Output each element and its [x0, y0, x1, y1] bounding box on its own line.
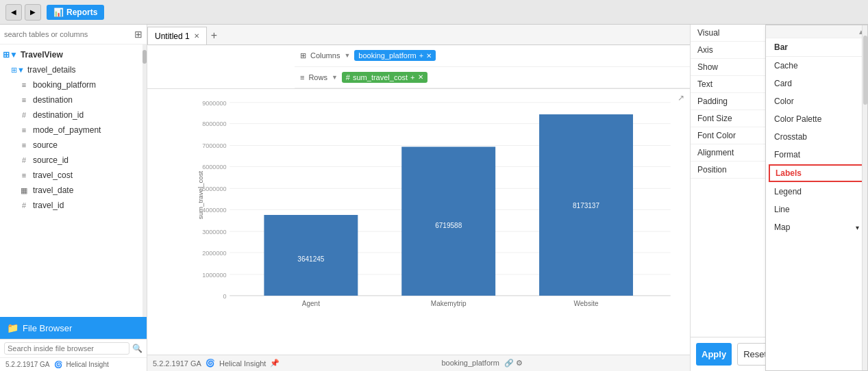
pill-remove-icon[interactable]: ✕ [418, 73, 423, 81]
dropdown-item-color-palette[interactable]: Color Palette [766, 110, 867, 128]
scrollbar-thumb [863, 36, 867, 105]
tab-close-icon[interactable]: ✕ [194, 32, 199, 40]
prop-show[interactable]: Show [691, 59, 765, 76]
folder-icon: 📁 [7, 322, 18, 333]
sidebar-search-bottom: 🔍 [0, 339, 147, 357]
sidebar-item-travel-date[interactable]: ▦ travel_date [0, 183, 147, 198]
reports-icon: 📊 [53, 8, 64, 17]
reports-tab[interactable]: 📊 Reports [47, 5, 104, 20]
svg-text:7000000: 7000000 [202, 142, 227, 149]
prop-text[interactable]: Text [691, 76, 765, 93]
map-label: Map [774, 222, 790, 232]
rows-row: ≡ Rows ▼ # sum_travel_cost + ✕ [295, 67, 690, 89]
dropdown-item-format[interactable]: Format [766, 146, 867, 164]
status-version: 5.2.2.1917 GA 🌀 Helical Insight [0, 357, 147, 371]
prop-label-font-size: Font Size [697, 114, 732, 123]
sidebar-item-source-id[interactable]: # source_id [0, 153, 147, 168]
toolbar: ⊞ Columns ▼ booking_platform + ✕ ≡ Rows … [147, 45, 690, 89]
rows-chevron[interactable]: ▼ [332, 74, 338, 81]
prop-position[interactable]: Position [691, 162, 765, 179]
sidebar-item-travel-cost[interactable]: ≡ travel_cost [0, 168, 147, 183]
center-text: booking_platform [441, 359, 499, 367]
item-label: source [33, 140, 58, 150]
travel-details-label: travel_details [27, 65, 76, 75]
search-inside-input[interactable] [4, 342, 129, 355]
grid-icon[interactable]: ⊞ [134, 29, 142, 40]
svg-text:3000000: 3000000 [202, 228, 227, 235]
scroll-up-area: ▲ [766, 25, 867, 38]
svg-text:5000000: 5000000 [202, 185, 227, 192]
prop-label-alignment: Alignment [697, 148, 734, 157]
tab-untitled1[interactable]: Untitled 1 ✕ [147, 27, 207, 44]
file-browser-label: File Browser [23, 323, 72, 333]
sidebar-item-destination-id[interactable]: # destination_id [0, 107, 147, 123]
chart-type-dropdown: ▲ Bar Cache Card Color Color Palette Cro… [765, 25, 868, 371]
svg-text:Agent: Agent [302, 300, 320, 307]
chart-actions: ↗ [678, 93, 684, 103]
columns-chevron[interactable]: ▼ [344, 52, 350, 59]
nav-back-button[interactable]: ◀ [5, 4, 22, 21]
rows-label: Rows [308, 73, 327, 81]
pill-remove-icon[interactable]: ✕ [426, 52, 432, 60]
table-expand-icon: ⊞▼ [11, 66, 25, 75]
item-label: travel_id [33, 201, 64, 210]
hash-icon: # [19, 111, 29, 119]
prop-visual[interactable]: Visual [691, 25, 765, 42]
dropdown-scrollbar[interactable] [862, 25, 867, 370]
svg-text:8000000: 8000000 [202, 120, 227, 127]
svg-text:0: 0 [223, 292, 227, 300]
dropdown-item-card[interactable]: Card [766, 75, 867, 92]
item-label: destination_id [33, 110, 84, 120]
apply-button[interactable]: Apply [696, 343, 732, 366]
sidebar-item-travel-details[interactable]: ⊞▼ travel_details [0, 62, 147, 77]
sidebar-item-travelview[interactable]: ⊞▼ TravelView [0, 47, 147, 62]
pill-add-icon: + [410, 73, 414, 81]
version-text: 5.2.2.1917 GA [153, 359, 201, 368]
sum-travel-cost-label: sum_travel_cost [353, 73, 408, 81]
search-icon[interactable]: 🔍 [132, 344, 142, 353]
prop-font-size[interactable]: Font Size [691, 110, 765, 127]
search-input[interactable] [4, 30, 132, 38]
nav-forward-button[interactable]: ▶ [25, 4, 41, 21]
prop-alignment[interactable]: Alignment [691, 144, 765, 162]
prop-padding[interactable]: Padding [691, 93, 765, 110]
dropdown-item-cache[interactable]: Cache [766, 57, 867, 75]
link-icon[interactable]: 🔗 [504, 359, 514, 367]
sidebar-item-mode-of-payment[interactable]: ≡ mode_of_payment [0, 123, 147, 138]
sidebar-item-booking-platform[interactable]: ≡ booking_platform [0, 77, 147, 92]
pin-icon[interactable]: 📌 [270, 359, 280, 368]
right-panel-properties: Visual Axis Show Text Padding [691, 25, 765, 337]
settings-icon[interactable]: ⚙ [516, 359, 523, 367]
dropdown-item-labels[interactable]: Labels [769, 164, 865, 182]
version-label: 5.2.2.1917 GA [5, 361, 50, 368]
dropdown-item-map[interactable]: Map ▾ [766, 218, 867, 236]
dropdown-item-color[interactable]: Color [766, 92, 867, 110]
prop-font-color[interactable]: Font Color [691, 127, 765, 144]
sidebar-item-travel-id[interactable]: # travel_id [0, 198, 147, 213]
dropdown-item-legend[interactable]: Legend [766, 183, 867, 201]
item-label: travel_cost [33, 170, 73, 180]
sidebar-item-destination[interactable]: ≡ destination [0, 92, 147, 107]
file-browser-item[interactable]: 📁 File Browser [0, 317, 147, 339]
sidebar-item-source[interactable]: ≡ source [0, 138, 147, 153]
columns-row: ⊞ Columns ▼ booking_platform + ✕ [295, 45, 690, 67]
status-left: 5.2.2.1917 GA 🌀 Helical Insight 📌 [153, 359, 280, 368]
right-wrapper: Visual Axis Show Text Padding [690, 25, 868, 371]
chart-area: ↗ 9000000 8000000 7000000 6000000 500000… [147, 89, 690, 355]
tab-add-button[interactable]: + [207, 27, 221, 44]
sum-travel-cost-pill[interactable]: # sum_travel_cost + ✕ [342, 72, 427, 83]
external-link-icon[interactable]: ↗ [678, 93, 684, 103]
dropdown-item-crosstab[interactable]: Crosstab [766, 128, 867, 146]
dropdown-item-line[interactable]: Line [766, 201, 867, 218]
right-panel-buttons: Apply Reset [691, 337, 765, 371]
rows-icon: ≡ [300, 73, 304, 81]
booking-platform-pill[interactable]: booking_platform + ✕ [354, 50, 436, 61]
svg-text:Website: Website [573, 300, 598, 307]
prop-axis[interactable]: Axis [691, 42, 765, 59]
sidebar: ⊞ ⊞▼ TravelView ⊞▼ travel_details ≡ book… [0, 25, 147, 371]
sidebar-tree: ⊞▼ TravelView ⊞▼ travel_details ≡ bookin… [0, 44, 147, 317]
svg-text:9000000: 9000000 [202, 99, 227, 106]
chart-wrapper: ↗ 9000000 8000000 7000000 6000000 500000… [147, 89, 690, 371]
right-inner: Visual Axis Show Text Padding [690, 25, 868, 371]
dropdown-bar-header: Bar [766, 38, 867, 57]
